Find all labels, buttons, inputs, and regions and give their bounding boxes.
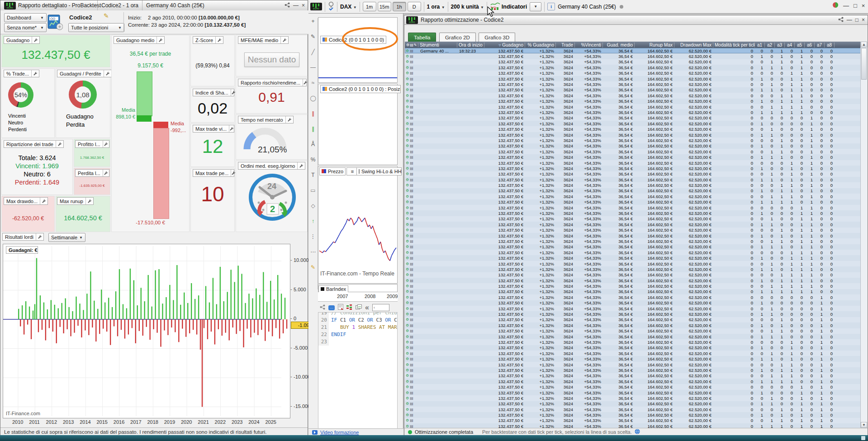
scroll-up-icon[interactable]: ▲	[861, 42, 867, 47]
panel-gmedio-header[interactable]: Guadagno medio	[114, 36, 165, 44]
column-header[interactable]: a2	[765, 43, 775, 47]
table-row[interactable]: ⚙▤132.437,50 €+1,32%3624+54,33%36,54 €16…	[405, 379, 862, 384]
table-header[interactable]: ⚙▤✎StrumentiOra di inizio▿ Guadagno% Gua…	[405, 42, 862, 48]
table-row[interactable]: ⚙▤132.437,50 €+1,32%3624+54,33%36,54 €16…	[405, 351, 862, 356]
column-header[interactable]: a5	[795, 43, 805, 47]
long-tool-icon[interactable]: ∥	[308, 126, 318, 132]
timeframe-button-D[interactable]: D	[408, 2, 421, 11]
table-row[interactable]: ⚙▤132.437,50 €+1,32%3624+54,33%36,54 €16…	[405, 334, 862, 339]
column-header[interactable]: Guad. medio	[603, 43, 635, 47]
panel-ripartizione-header[interactable]: Ripartizione dei trade	[4, 140, 64, 148]
positions-select[interactable]: Tutte le posizioni▼	[68, 23, 124, 32]
report-config-icon[interactable]: OO	[47, 13, 63, 32]
column-header[interactable]: ▿ Guadagno	[484, 43, 525, 47]
table-row[interactable]: ⚙▤132.437,50 €+1,32%3624+54,33%36,54 €16…	[405, 216, 862, 222]
table-row[interactable]: ⚙▤132.437,50 €+1,32%3624+54,33%36,54 €16…	[405, 322, 862, 328]
chart-window-icon[interactable]	[356, 303, 362, 312]
table-row[interactable]: ⚙▤132.437,50 €+1,32%3624+54,33%36,54 €16…	[405, 294, 862, 300]
minimize-icon[interactable]: —	[847, 17, 852, 23]
table-row[interactable]: ⚙▤132.437,50 €+1,32%3624+54,33%36,54 €16…	[405, 356, 862, 361]
table-row[interactable]: ⚙▤132.437,50 €+1,32%3624+54,33%36,54 €16…	[405, 306, 862, 311]
column-header[interactable]: a1	[755, 43, 765, 47]
table-row[interactable]: ⚙▤132.437,50 €+1,32%3624+54,33%36,54 €16…	[405, 233, 862, 238]
panel-maxpe-header[interactable]: Max trade pe...	[193, 169, 234, 177]
table-row[interactable]: ⚙▤132.437,50 €+1,32%3624+54,33%36,54 €16…	[405, 300, 862, 306]
indicators-button[interactable]: Indicatori	[502, 4, 527, 10]
table-row[interactable]: ⚙▤132.437,50 €+1,32%3624+54,33%36,54 €16…	[405, 182, 862, 188]
panel-maxdd-header[interactable]: Max drawdo...	[4, 197, 48, 205]
table-row[interactable]: ⚙▤Germany 40 ...18:32:23132.437,50 €+1,3…	[405, 48, 862, 53]
hscroll-box[interactable]: ‹	[372, 304, 389, 311]
checkbox-icon[interactable]	[359, 169, 360, 174]
symbol-select[interactable]: DAX ▼	[340, 4, 357, 10]
ellipse-tool-icon[interactable]: ◯	[308, 95, 318, 101]
taskbar-icon[interactable]	[861, 436, 865, 440]
table-row[interactable]: ⚙▤132.437,50 €+1,32%3624+54,33%36,54 €16…	[405, 210, 862, 216]
table-row[interactable]: ⚙▤132.437,50 €+1,32%3624+54,33%36,54 €16…	[405, 401, 862, 407]
table-row[interactable]: ⚙▤132.437,50 €+1,32%3624+54,33%36,54 €16…	[405, 238, 862, 244]
table-row[interactable]: ⚙▤132.437,50 €+1,32%3624+54,33%36,54 €16…	[405, 390, 862, 395]
table-row[interactable]: ⚙▤132.437,50 €+1,32%3624+54,33%36,54 €16…	[405, 266, 862, 272]
table-row[interactable]: ⚙▤132.437,50 €+1,32%3624+54,33%36,54 €16…	[405, 199, 862, 205]
more-tool-icon[interactable]: ⋯	[308, 249, 318, 255]
table-row[interactable]: ⚙▤132.437,50 €+1,32%3624+54,33%36,54 €16…	[405, 418, 862, 423]
panel-zscore-header[interactable]: Z-Score	[193, 36, 223, 44]
tab-grafico-3d[interactable]: Grafico 3D	[479, 33, 515, 42]
panel-mfe-header[interactable]: MFE/MAE medio	[238, 36, 289, 44]
table-row[interactable]: ⚙▤132.437,50 €+1,32%3624+54,33%36,54 €16…	[405, 250, 862, 255]
table-row[interactable]: ⚙▤132.437,50 €+1,32%3624+54,33%36,54 €16…	[405, 154, 862, 160]
table-scrollbar[interactable]: ▲ ▼	[860, 42, 867, 428]
table-row[interactable]: ⚙▤132.437,50 €+1,32%3624+54,33%36,54 €16…	[405, 205, 862, 210]
table-row[interactable]: ⚙▤132.437,50 €+1,32%3624+54,33%36,54 €16…	[405, 99, 862, 104]
column-header[interactable]: a6	[805, 43, 815, 47]
pin-icon[interactable]	[328, 1, 334, 12]
column-header[interactable]: Ora di inizio	[457, 43, 484, 47]
close-icon[interactable]: ×	[862, 2, 865, 9]
table-row[interactable]: ⚙▤132.437,50 €+1,32%3624+54,33%36,54 €16…	[405, 194, 862, 199]
timeframe-button-1h[interactable]: 1h	[393, 2, 406, 11]
table-row[interactable]: ⚙▤132.437,50 €+1,32%3624+54,33%36,54 €16…	[405, 65, 862, 70]
text-tool-icon[interactable]: T	[308, 172, 318, 178]
column-header[interactable]: Strumenti	[418, 43, 457, 47]
table-row[interactable]: ⚙▤132.437,50 €+1,32%3624+54,33%36,54 €16…	[405, 149, 862, 154]
price-label[interactable]: Prezzo	[319, 167, 346, 175]
column-header[interactable]: Modalità tick per tick	[713, 43, 755, 47]
minimize-icon[interactable]: —	[293, 2, 299, 9]
table-row[interactable]: ⚙▤132.437,50 €+1,32%3624+54,33%36,54 €16…	[405, 53, 862, 59]
table-row[interactable]: ⚙▤132.437,50 €+1,32%3624+54,33%36,54 €16…	[405, 121, 862, 126]
table-row[interactable]: ⚙▤132.437,50 €+1,32%3624+54,33%36,54 €16…	[405, 104, 862, 109]
table-row[interactable]: ⚙▤132.437,50 €+1,32%3624+54,33%36,54 €16…	[405, 423, 862, 428]
column-header[interactable]: Runup Max	[635, 43, 674, 47]
dashboard-select[interactable]: Dashboard▼	[4, 13, 47, 22]
collapse-icon[interactable]: «	[365, 303, 369, 312]
tab-grafico-2d[interactable]: Grafico 2D	[439, 33, 476, 42]
panel-ordini-header[interactable]: Ordini med. eseg./giorno	[238, 162, 305, 170]
table-row[interactable]: ⚙▤132.437,50 €+1,32%3624+54,33%36,54 €16…	[405, 261, 862, 266]
news-icon[interactable]	[338, 303, 343, 312]
column-header[interactable]: % Guadagno	[525, 43, 556, 47]
table-row[interactable]: ⚙▤132.437,50 €+1,32%3624+54,33%36,54 €16…	[405, 87, 862, 93]
rect-tool-icon[interactable]: ▭	[308, 187, 318, 194]
table-row[interactable]: ⚙▤132.437,50 €+1,32%3624+54,33%36,54 €16…	[405, 289, 862, 294]
table-row[interactable]: ⚙▤132.437,50 €+1,32%3624+54,33%36,54 €16…	[405, 407, 862, 412]
optimization-table[interactable]: ⚙▤Germany 40 ...18:32:23132.437,50 €+1,3…	[405, 48, 862, 428]
video-link[interactable]: Video formazione	[320, 430, 359, 435]
dots-tool-icon[interactable]: ⋮	[308, 233, 318, 240]
panel-pct-trade-header[interactable]: % Trade...	[4, 70, 39, 77]
wave-tool-icon[interactable]: ≈	[308, 80, 318, 86]
table-row[interactable]: ⚙▤132.437,50 €+1,32%3624+54,33%36,54 €16…	[405, 317, 862, 322]
column-header[interactable]: a7	[815, 43, 825, 47]
table-row[interactable]: ⚙▤132.437,50 €+1,32%3624+54,33%36,54 €16…	[405, 143, 862, 149]
table-row[interactable]: ⚙▤132.437,50 €+1,32%3624+54,33%36,54 €16…	[405, 188, 862, 194]
table-row[interactable]: ⚙▤132.437,50 €+1,32%3624+54,33%36,54 €16…	[405, 328, 862, 334]
timeframe-button-15m[interactable]: 15m	[378, 2, 391, 11]
panel-perdita-header[interactable]: Perdita l...	[75, 169, 109, 177]
diamond-tool-icon[interactable]: ◇	[308, 203, 318, 209]
table-row[interactable]: ⚙▤132.437,50 €+1,32%3624+54,33%36,54 €16…	[405, 177, 862, 182]
table-row[interactable]: ⚙▤132.437,50 €+1,32%3624+54,33%36,54 €16…	[405, 126, 862, 132]
panel-profitto-header[interactable]: Profitto l...	[75, 140, 109, 148]
angstrom-tool-icon[interactable]: Å	[308, 141, 318, 147]
timeframe-button-1m[interactable]: 1m	[363, 2, 376, 11]
panel-sharpe-header[interactable]: Indice di Sha...	[193, 89, 234, 96]
barindex-label[interactable]: BarIndex	[318, 285, 348, 293]
